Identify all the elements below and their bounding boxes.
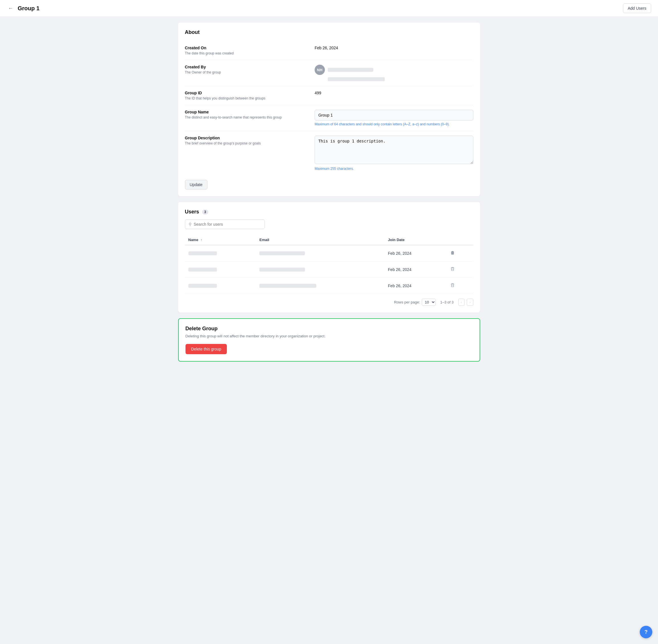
sort-icon: ↑ xyxy=(201,238,203,242)
user-email-skeleton xyxy=(259,251,305,255)
created-on-desc: The date this group was created xyxy=(185,51,308,55)
created-by-label-col: Created By The Owner of the group xyxy=(185,65,315,74)
header-left: ← Group 1 xyxy=(7,4,40,13)
table-row: Feb 26, 2024 xyxy=(185,278,473,294)
created-by-row: Created By The Owner of the group NH xyxy=(185,60,473,86)
table-row: Feb 26, 2024 xyxy=(185,261,473,278)
group-name-desc: The distinct and easy-to-search name tha… xyxy=(185,115,308,119)
group-name-label-col: Group Name The distinct and easy-to-sear… xyxy=(185,110,315,119)
created-by-desc: The Owner of the group xyxy=(185,70,308,74)
group-id-value: 499 xyxy=(315,91,473,95)
svg-rect-1 xyxy=(451,268,454,271)
users-header: Users 3 xyxy=(185,209,473,215)
users-table: Name ↑ Email Join Date Feb 26, 202 xyxy=(185,235,473,294)
search-icon: ⚲ xyxy=(189,222,191,227)
users-count-badge: 3 xyxy=(202,209,209,214)
user-name-skeleton xyxy=(188,251,217,255)
created-on-value: Feb 26, 2024 xyxy=(315,46,473,50)
user-email-cell xyxy=(256,245,384,261)
users-section-title: Users xyxy=(185,209,199,215)
users-card: Users 3 ⚲ Name ↑ Email Join Date xyxy=(178,202,480,313)
col-actions xyxy=(446,235,473,245)
table-row: Feb 26, 2024 xyxy=(185,245,473,261)
name-skeleton xyxy=(328,68,373,72)
svg-rect-8 xyxy=(451,284,454,287)
group-name-input[interactable] xyxy=(315,110,473,120)
remove-user-button[interactable] xyxy=(449,266,456,274)
user-name-skeleton xyxy=(188,268,217,272)
header-bar: ← Group 1 Add Users xyxy=(0,0,658,17)
group-name-value-col: Maximum of 64 characters and should only… xyxy=(315,110,473,126)
col-email: Email xyxy=(256,235,384,245)
group-desc-row: Group Description The brief overview of … xyxy=(185,131,473,175)
user-email-skeleton xyxy=(259,284,316,288)
search-input[interactable] xyxy=(194,222,261,227)
col-join-date: Join Date xyxy=(384,235,446,245)
pagination-nav: ‹ › xyxy=(458,299,473,306)
group-desc-label: Group Description xyxy=(185,136,308,140)
group-desc-hint: Maximum 255 characters. xyxy=(315,167,473,171)
user-name-cell xyxy=(185,245,256,261)
avatar: NH xyxy=(315,65,325,75)
created-by-value: NH xyxy=(315,65,473,81)
user-join-date-cell: Feb 26, 2024 xyxy=(384,245,446,261)
table-footer: Rows per page: 10 25 50 1–3 of 3 ‹ › xyxy=(185,299,473,306)
group-desc-value-col: This is group 1 description. Maximum 255… xyxy=(315,136,473,171)
remove-user-button[interactable] xyxy=(449,249,456,257)
created-on-label-col: Created On The date this group was creat… xyxy=(185,46,315,55)
search-box: ⚲ xyxy=(185,220,265,229)
created-by-label: Created By xyxy=(185,65,308,69)
created-on-label: Created On xyxy=(185,46,308,50)
user-email-cell xyxy=(256,261,384,278)
add-users-button[interactable]: Add Users xyxy=(623,3,651,13)
avatar-row: NH xyxy=(315,65,473,81)
created-on-row: Created On The date this group was creat… xyxy=(185,41,473,60)
user-join-date-cell: Feb 26, 2024 xyxy=(384,261,446,278)
user-action-cell xyxy=(446,245,473,261)
user-email-skeleton xyxy=(259,268,305,272)
user-action-cell xyxy=(446,278,473,294)
user-name-skeleton xyxy=(188,284,217,288)
prev-page-button[interactable]: ‹ xyxy=(458,299,464,306)
group-desc-desc: The brief overview of the group's purpos… xyxy=(185,141,308,145)
group-id-row: Group ID The ID that helps you distingui… xyxy=(185,86,473,105)
delete-section-title: Delete Group xyxy=(185,326,473,332)
col-name[interactable]: Name ↑ xyxy=(185,235,256,245)
delete-desc: Deleting this group will not affect the … xyxy=(185,334,473,338)
group-id-desc: The ID that helps you distinguish betwee… xyxy=(185,96,308,100)
group-desc-textarea[interactable]: This is group 1 description. xyxy=(315,136,473,164)
rows-per-page-select[interactable]: 10 25 50 xyxy=(422,299,436,306)
remove-user-button[interactable] xyxy=(449,282,456,290)
group-name-row: Group Name The distinct and easy-to-sear… xyxy=(185,105,473,131)
user-join-date-cell: Feb 26, 2024 xyxy=(384,278,446,294)
group-desc-label-col: Group Description The brief overview of … xyxy=(185,136,315,145)
main-content: About Created On The date this group was… xyxy=(173,17,486,373)
about-section-title: About xyxy=(185,29,473,35)
delete-group-card: Delete Group Deleting this group will no… xyxy=(178,318,480,362)
group-id-label-col: Group ID The ID that helps you distingui… xyxy=(185,91,315,100)
delete-this-group-button[interactable]: Delete this group xyxy=(185,344,227,354)
group-name-hint: Maximum of 64 characters and should only… xyxy=(315,122,473,126)
table-header: Name ↑ Email Join Date xyxy=(185,235,473,245)
group-name-label: Group Name xyxy=(185,110,308,114)
avatar-container: NH xyxy=(315,65,473,75)
rows-per-page: Rows per page: 10 25 50 xyxy=(394,299,436,306)
user-name-cell xyxy=(185,278,256,294)
role-skeleton xyxy=(328,77,385,81)
about-card: About Created On The date this group was… xyxy=(178,23,480,196)
pagination-range: 1–3 of 3 xyxy=(440,300,454,304)
table-body: Feb 26, 2024 xyxy=(185,245,473,294)
update-button[interactable]: Update xyxy=(185,180,207,189)
user-email-cell xyxy=(256,278,384,294)
group-id-label: Group ID xyxy=(185,91,308,95)
user-action-cell xyxy=(446,261,473,278)
back-button[interactable]: ← xyxy=(7,4,14,13)
next-page-button[interactable]: › xyxy=(467,299,473,306)
page-title: Group 1 xyxy=(18,5,40,12)
user-name-cell xyxy=(185,261,256,278)
rows-per-page-label: Rows per page: xyxy=(394,300,420,304)
